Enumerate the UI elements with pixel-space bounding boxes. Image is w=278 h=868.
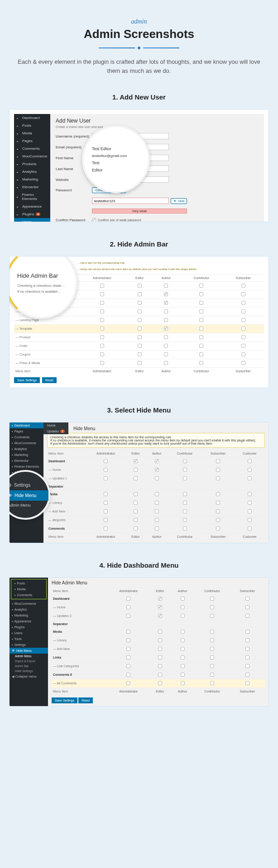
checkbox[interactable] (100, 301, 104, 305)
checkbox[interactable] (183, 459, 187, 463)
sidebar-item[interactable]: • Elementor (10, 458, 43, 464)
checkbox[interactable] (216, 492, 220, 496)
checkbox[interactable] (210, 681, 214, 685)
checkbox[interactable] (216, 468, 220, 472)
sidebar-item[interactable]: • Marketing (10, 452, 43, 458)
checkbox[interactable] (181, 597, 185, 601)
checkbox[interactable] (216, 501, 220, 505)
checkbox[interactable] (164, 309, 168, 313)
checkbox[interactable] (210, 597, 214, 601)
checkbox[interactable] (248, 526, 252, 531)
checkbox[interactable] (126, 630, 130, 634)
checkbox[interactable] (181, 655, 185, 659)
input-lastname[interactable] (92, 166, 169, 172)
checkbox[interactable] (100, 284, 104, 288)
sidebar-item[interactable]: •Posts (14, 122, 50, 129)
checkbox[interactable] (181, 630, 185, 634)
checkbox[interactable] (155, 526, 159, 531)
checkbox[interactable] (155, 459, 159, 463)
sidebar-sub[interactable]: HAM Settings (10, 669, 48, 674)
checkbox[interactable] (181, 647, 185, 651)
checkbox[interactable] (241, 292, 245, 296)
checkbox[interactable] (183, 468, 187, 472)
checkbox[interactable] (248, 468, 252, 472)
checkbox[interactable] (126, 664, 130, 668)
checkbox[interactable] (134, 518, 138, 522)
checkbox[interactable] (134, 459, 138, 463)
sidebar-item[interactable]: •Pixerex Elements (14, 191, 50, 203)
checkbox[interactable] (100, 344, 104, 348)
checkbox[interactable] (210, 614, 214, 618)
sidebar-item[interactable]: •Dashboard (14, 114, 50, 122)
sidebar-item[interactable]: 👁 Hide Menu (10, 648, 48, 654)
input-firstname[interactable] (92, 155, 169, 161)
checkbox[interactable] (158, 655, 162, 659)
checkbox[interactable] (100, 327, 104, 331)
checkbox[interactable] (104, 518, 108, 522)
checkbox[interactable] (210, 638, 214, 642)
input-username[interactable] (92, 133, 169, 139)
checkbox[interactable] (138, 327, 142, 331)
checkbox[interactable] (199, 361, 203, 365)
sidebar-item[interactable]: • Users (10, 630, 48, 636)
confirm-checkbox[interactable] (92, 218, 96, 222)
sidebar-item[interactable]: • Appearance (10, 618, 48, 624)
sidebar-item[interactable]: • WooCommerce (10, 601, 48, 607)
flyout-updates[interactable]: Updates2 (43, 428, 68, 434)
checkbox[interactable] (245, 614, 249, 618)
checkbox[interactable] (104, 476, 108, 480)
flyout-home[interactable]: Home (43, 422, 68, 428)
checkbox[interactable] (164, 284, 168, 288)
checkbox[interactable] (158, 638, 162, 642)
sidebar-item[interactable]: • Analytics (10, 607, 48, 612)
sidebar-item[interactable]: • Comments (12, 592, 45, 598)
checkbox[interactable] (155, 468, 159, 472)
sidebar-item[interactable]: • WooCommerce (10, 440, 43, 446)
checkbox[interactable] (245, 673, 249, 677)
sidebar-item[interactable]: •Marketing (14, 175, 50, 183)
sidebar-item[interactable]: •Products (14, 160, 50, 168)
checkbox[interactable] (126, 605, 130, 609)
save-button[interactable]: Save Settings (14, 377, 40, 383)
checkbox[interactable] (245, 647, 249, 651)
checkbox[interactable] (241, 352, 245, 356)
checkbox[interactable] (158, 647, 162, 651)
checkbox[interactable] (138, 344, 142, 348)
checkbox[interactable] (100, 335, 104, 339)
checkbox[interactable] (100, 352, 104, 356)
checkbox[interactable] (241, 335, 245, 339)
checkbox[interactable] (138, 361, 142, 365)
sidebar-item[interactable]: •Elementor (14, 183, 50, 191)
checkbox[interactable] (164, 327, 168, 331)
checkbox[interactable] (134, 509, 138, 513)
checkbox[interactable] (241, 301, 245, 305)
sidebar-item[interactable]: •Comments (14, 145, 50, 152)
checkbox[interactable] (158, 630, 162, 634)
sidebar-item[interactable]: • Comments (10, 434, 43, 440)
checkbox[interactable] (241, 284, 245, 288)
checkbox[interactable] (164, 292, 168, 296)
checkbox[interactable] (158, 614, 162, 618)
sidebar-item[interactable]: • Media (12, 586, 45, 592)
checkbox[interactable] (183, 492, 187, 496)
checkbox[interactable] (248, 476, 252, 480)
sidebar-item[interactable]: •Media (14, 129, 50, 137)
sidebar-item[interactable]: • Marketing (10, 612, 48, 618)
checkbox[interactable] (183, 476, 187, 480)
checkbox[interactable] (134, 501, 138, 505)
checkbox[interactable] (164, 361, 168, 365)
checkbox[interactable] (158, 673, 162, 677)
checkbox[interactable] (181, 664, 185, 668)
checkbox[interactable] (199, 344, 203, 348)
sidebar-item[interactable]: •Appearance (14, 203, 50, 210)
checkbox[interactable] (210, 605, 214, 609)
checkbox[interactable] (241, 327, 245, 331)
sidebar-item[interactable]: •Analytics (14, 168, 50, 175)
checkbox[interactable] (248, 501, 252, 505)
sidebar-sub[interactable]: Admin Menu (10, 654, 48, 659)
generate-password-button[interactable]: Generate password (92, 187, 126, 193)
checkbox[interactable] (210, 673, 214, 677)
checkbox[interactable] (126, 638, 130, 642)
checkbox[interactable] (181, 681, 185, 685)
checkbox[interactable] (126, 597, 130, 601)
